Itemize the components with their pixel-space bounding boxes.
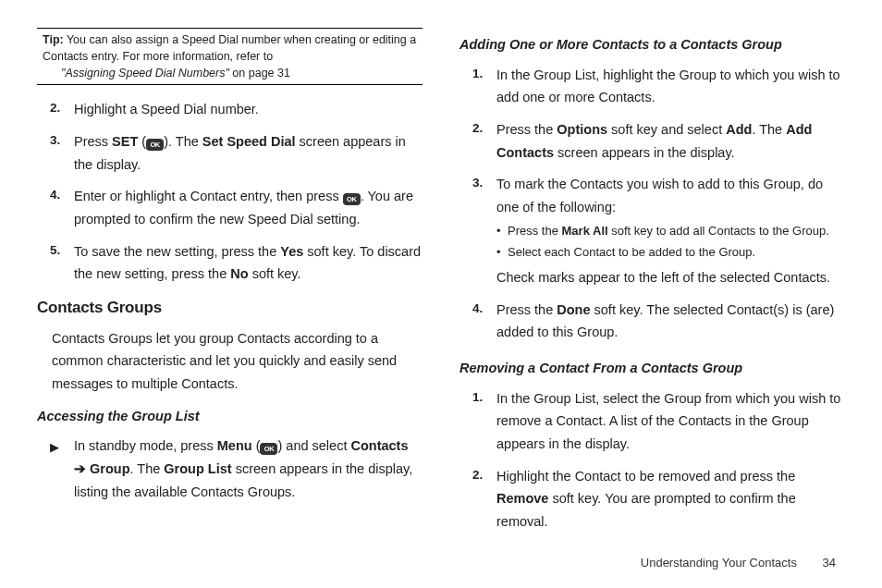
speed-dial-steps: 2. Highlight a Speed Dial number. 3. Pre…	[37, 98, 423, 285]
bold-add: Add	[726, 122, 752, 137]
add-step-3: 3. To mark the Contacts you wish to add …	[496, 173, 845, 289]
text-part: soft key and select	[607, 122, 726, 137]
step-2: 2. Highlight a Speed Dial number.	[74, 98, 423, 121]
text-part: . The	[130, 461, 165, 476]
bold-mark-all: Mark All	[562, 224, 608, 238]
triangle-bullet-icon: ▶	[50, 437, 59, 458]
step-lead: To mark the Contacts you wish to add to …	[496, 177, 823, 214]
step-number: 2.	[472, 118, 483, 140]
contacts-groups-heading: Contacts Groups	[37, 295, 423, 322]
step-text-part: soft key.	[249, 266, 301, 281]
adding-contacts-heading: Adding One or More Contacts to a Contact…	[459, 33, 845, 56]
step-number: 2.	[472, 465, 483, 486]
add-step-1: 1. In the Group List, highlight the Grou…	[496, 64, 845, 109]
ok-icon: OK	[343, 193, 361, 205]
footer-title: Understanding Your Contacts	[641, 556, 797, 570]
removing-steps: 1. In the Group List, select the Group f…	[459, 387, 845, 533]
bold-remove: Remove	[496, 491, 548, 506]
tip-label: Tip:	[43, 33, 64, 46]
tip-text-1: You can also assign a Speed Dial number …	[43, 33, 416, 63]
bullet-mark-all: Press the Mark All soft key to add all C…	[496, 222, 845, 241]
step-text: In the Group List, highlight the Group t…	[496, 67, 840, 105]
text-part: (	[252, 438, 261, 453]
text-part: screen appears in the display.	[554, 145, 735, 160]
text-part: . The	[752, 122, 786, 137]
text-part: Press the	[496, 302, 557, 317]
tip-box: Tip: You can also assign a Speed Dial nu…	[37, 28, 423, 85]
step-number: 1.	[472, 64, 483, 85]
step-text: In the Group List, select the Group from…	[496, 391, 840, 451]
step-5: 5. To save the new setting, press the Ye…	[74, 240, 423, 286]
step-number: 5.	[50, 240, 60, 262]
ok-icon: OK	[260, 443, 277, 455]
checkmarks-text: Check marks appear to the left of the se…	[496, 266, 845, 289]
text-part: Press the	[496, 122, 557, 137]
bold-options: Options	[557, 122, 607, 137]
step-number: 3.	[50, 130, 60, 152]
step-number: 3.	[472, 173, 483, 194]
bold-contacts: Contacts	[350, 438, 408, 453]
left-column: Tip: You can also assign a Speed Dial nu…	[37, 28, 423, 533]
bold-set-speed-dial: Set Speed Dial	[202, 134, 296, 149]
bold-no: No	[230, 266, 248, 281]
removing-contact-heading: Removing a Contact From a Contacts Group	[459, 357, 845, 380]
step-number: 4.	[472, 299, 483, 320]
text-part: Highlight the Contact to be removed and …	[496, 469, 795, 484]
text-part: In standby mode, press	[74, 438, 217, 453]
bold-done: Done	[557, 302, 590, 317]
right-column: Adding One or More Contacts to a Contact…	[459, 28, 845, 533]
bold-yes: Yes	[280, 244, 303, 259]
add-step-4: 4. Press the Done soft key. The selected…	[496, 299, 845, 344]
tip-ref: "Assigning Speed Dial Numbers"	[61, 67, 229, 80]
bold-set: SET	[112, 134, 138, 149]
remove-step-2: 2. Highlight the Contact to be removed a…	[496, 465, 845, 533]
step-text: Highlight a Speed Dial number.	[74, 102, 259, 116]
text-part: ) and select	[277, 438, 350, 453]
sub-bullets: Press the Mark All soft key to add all C…	[496, 222, 845, 263]
step-text-part: To save the new setting, press the	[74, 244, 280, 259]
contacts-groups-paragraph: Contacts Groups let you group Contacts a…	[52, 327, 423, 396]
tip-text-2: on page 31	[229, 67, 290, 80]
step-3: 3. Press SET (OK). The Set Speed Dial sc…	[74, 130, 423, 176]
remove-step-1: 1. In the Group List, select the Group f…	[496, 387, 845, 456]
access-group-list-step: ▶ In standby mode, press Menu (OK) and s…	[37, 435, 423, 503]
add-step-2: 2. Press the Options soft key and select…	[496, 118, 845, 164]
step-number: 4.	[50, 185, 60, 206]
step-text-part: ). The	[164, 134, 202, 149]
arrow-icon: ➔	[74, 461, 90, 476]
page-number: 34	[823, 556, 836, 570]
step-text-part: (	[138, 134, 146, 149]
page-footer: Understanding Your Contacts 34	[641, 556, 836, 570]
step-text-part: Press	[74, 134, 112, 149]
step-number: 2.	[50, 98, 60, 119]
bullet-select-each: Select each Contact to be added to the G…	[496, 243, 845, 263]
accessing-group-list-heading: Accessing the Group List	[37, 405, 423, 428]
step-number: 1.	[472, 387, 483, 409]
adding-steps: 1. In the Group List, highlight the Grou…	[459, 64, 845, 344]
bold-group: Group	[90, 461, 130, 476]
ok-icon: OK	[146, 139, 164, 151]
step-4: 4. Enter or highlight a Contact entry, t…	[74, 185, 423, 230]
bold-group-list: Group List	[164, 461, 231, 476]
bold-menu: Menu	[217, 438, 252, 453]
step-text-part: Enter or highlight a Contact entry, then…	[74, 189, 343, 203]
